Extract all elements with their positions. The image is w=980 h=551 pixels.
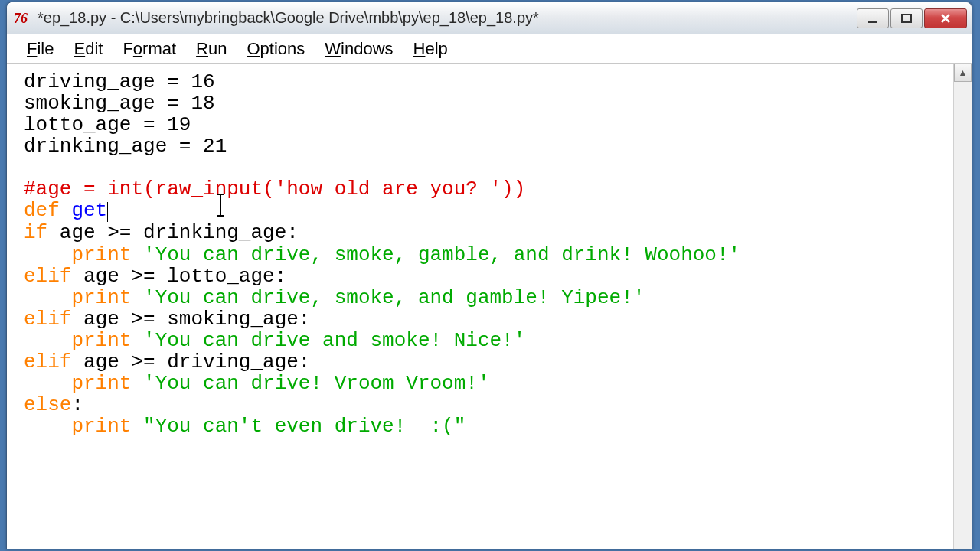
editor-area: driving_age = 16 smoking_age = 18 lotto_… (7, 64, 972, 549)
code-text: age >= driving_age: (71, 350, 310, 373)
code-keyword: print (24, 415, 131, 438)
titlebar[interactable]: 76 *ep_18.py - C:\Users\mybringback\Goog… (7, 2, 972, 34)
app-icon: 76 (11, 8, 31, 28)
maximize-button[interactable] (890, 8, 923, 28)
code-keyword: elif (24, 265, 71, 288)
code-keyword: if (24, 221, 47, 244)
code-keyword: elif (24, 350, 71, 373)
svg-rect-1 (868, 21, 877, 23)
code-keyword: elif (24, 308, 71, 331)
scroll-up-button[interactable]: ▲ (954, 64, 972, 82)
code-string: 'You can drive and smoke! Nice!' (131, 329, 525, 352)
scroll-track[interactable] (954, 82, 972, 549)
code-editor[interactable]: driving_age = 16 smoking_age = 18 lotto_… (7, 64, 953, 549)
menubar: File Edit Format Run Options Windows Hel… (7, 34, 972, 64)
code-string: 'You can drive! Vroom Vroom!' (131, 372, 489, 395)
menu-help[interactable]: Help (410, 36, 451, 62)
code-keyword: def (24, 199, 60, 222)
code-string: 'You can drive, smoke, gamble, and drink… (131, 243, 740, 266)
maximize-icon (900, 13, 913, 24)
window-controls (857, 8, 967, 28)
code-line: drinking_age = 21 (24, 135, 227, 158)
code-defname: get (60, 199, 107, 222)
svg-text:76: 76 (14, 11, 28, 26)
code-line: smoking_age = 18 (24, 92, 215, 115)
window-title: *ep_18.py - C:\Users\mybringback\Google … (38, 9, 857, 27)
code-text: age >= smoking_age: (71, 308, 310, 331)
minimize-button[interactable] (857, 8, 889, 28)
code-text: age >= lotto_age: (71, 265, 286, 288)
app-window: 76 *ep_18.py - C:\Users\mybringback\Goog… (6, 2, 972, 549)
code-text: age >= drinking_age: (47, 221, 299, 244)
menu-options[interactable]: Options (243, 36, 308, 62)
code-string: 'You can drive, smoke, and gamble! Yipee… (131, 286, 645, 309)
close-icon (939, 13, 952, 24)
menu-file[interactable]: File (24, 36, 57, 62)
minimize-icon (867, 13, 879, 24)
code-keyword: print (24, 372, 131, 395)
code-string: "You can't even drive! :(" (131, 415, 466, 438)
code-keyword: print (24, 243, 131, 266)
svg-rect-2 (902, 15, 911, 22)
code-keyword: print (24, 329, 131, 352)
code-text: : (71, 393, 83, 416)
code-keyword: else (24, 393, 71, 416)
menu-edit[interactable]: Edit (70, 36, 106, 62)
vertical-scrollbar[interactable]: ▲ (953, 64, 972, 549)
code-keyword: print (24, 286, 131, 309)
code-line: lotto_age = 19 (24, 113, 191, 136)
menu-format[interactable]: Format (119, 36, 179, 62)
code-comment: #age = int(raw_input('how old are you? '… (24, 178, 525, 201)
menu-windows[interactable]: Windows (322, 36, 396, 62)
menu-run[interactable]: Run (193, 36, 230, 62)
text-cursor (107, 202, 108, 222)
close-button[interactable] (924, 8, 967, 28)
code-line: driving_age = 16 (24, 70, 215, 93)
